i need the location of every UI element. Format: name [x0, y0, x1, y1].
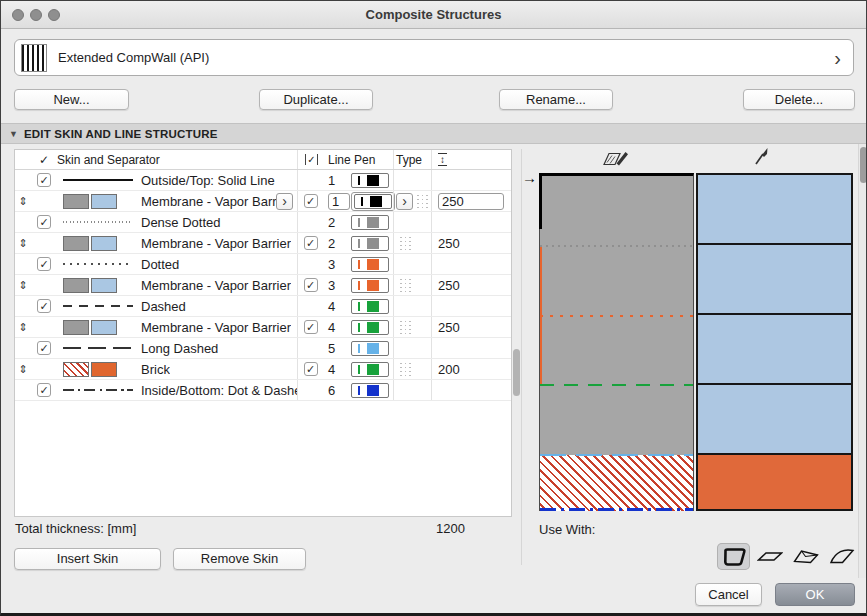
row-name: Inside/Bottom: Dot & Dashed	[141, 383, 297, 398]
cancel-button[interactable]: Cancel	[695, 583, 762, 606]
skin-fill-swatch[interactable]	[63, 320, 89, 335]
skin-row[interactable]: ⇕Membrane - Vapor Barrier✓2250	[15, 233, 511, 254]
skin-fill-swatch[interactable]	[91, 194, 117, 209]
drag-handle-icon[interactable]: ⇕	[18, 279, 27, 292]
collapse-triangle-icon[interactable]: ▼	[9, 129, 18, 139]
surface-paint-icon	[753, 147, 770, 169]
line-pen-swatch[interactable]	[351, 257, 389, 272]
separator-row[interactable]: ✓Dotted3	[15, 254, 511, 275]
separator-row[interactable]: ✓Inside/Bottom: Dot & Dashed6	[15, 380, 511, 401]
skin-fill-swatch[interactable]	[63, 194, 89, 209]
minimize-button[interactable]	[30, 9, 42, 21]
skin-thickness-value[interactable]: 250	[438, 193, 504, 210]
separator-visibility-checkbox[interactable]: ✓	[37, 173, 51, 187]
preview-separator-line	[540, 454, 693, 456]
cut-fill-pens-icon	[603, 150, 629, 170]
line-pen-number: 1	[328, 173, 335, 188]
skin-row[interactable]: ⇕Membrane - Vapor Barrier✓4250	[15, 317, 511, 338]
skin-fill-swatch[interactable]	[63, 236, 89, 251]
line-pen-swatch[interactable]	[351, 173, 389, 188]
separator-visibility-checkbox[interactable]: ✓	[37, 383, 51, 397]
preview-cut-skin	[540, 316, 693, 386]
separator-row[interactable]: ✓Dashed4	[15, 296, 511, 317]
line-pen-swatch[interactable]	[351, 215, 389, 230]
use-with-toggle-group	[717, 543, 858, 570]
skin-fill-swatch[interactable]	[63, 278, 89, 293]
rename-button[interactable]: Rename...	[499, 89, 613, 110]
reference-side-arrow-icon: →	[522, 169, 537, 186]
skin-line-checkbox[interactable]: ✓	[304, 278, 318, 292]
skin-fill-swatch[interactable]	[63, 362, 89, 377]
titlebar[interactable]: Composite Structures	[1, 1, 866, 29]
row-name: Dashed	[141, 299, 186, 314]
skin-row[interactable]: ⇕Brick✓4200	[15, 359, 511, 380]
drag-handle-icon[interactable]: ⇕	[18, 237, 27, 250]
line-pen-number[interactable]: 1	[328, 193, 350, 210]
type-popup-chevron-button[interactable]: ›	[396, 193, 413, 210]
separator-row[interactable]: ✓Dense Dotted2	[15, 212, 511, 233]
surface-preview	[696, 173, 853, 511]
skin-row[interactable]: ⇕Membrane - Vapor Barrier✓3250	[15, 275, 511, 296]
row-name: Long Dashed	[141, 341, 218, 356]
skin-line-checkbox[interactable]: ✓	[304, 236, 318, 250]
row-name: Dotted	[141, 257, 179, 272]
line-pen-swatch[interactable]	[351, 278, 389, 293]
line-pen-swatch[interactable]	[351, 362, 389, 377]
use-with-shell-icon[interactable]	[825, 543, 858, 570]
skin-line-checkbox[interactable]: ✓	[304, 362, 318, 376]
line-pen-swatch[interactable]	[351, 320, 389, 335]
skin-fill-swatch[interactable]	[91, 236, 117, 251]
use-with-slab-icon[interactable]	[753, 543, 786, 570]
line-pen-number: 2	[328, 236, 335, 251]
separator-row[interactable]: ✓Long Dashed5	[15, 338, 511, 359]
new-button[interactable]: New...	[14, 89, 129, 110]
separator-visibility-checkbox[interactable]: ✓	[37, 257, 51, 271]
line-style-sample	[63, 389, 133, 391]
skin-line-checkbox[interactable]: ✓	[304, 194, 318, 208]
drag-handle-icon[interactable]: ⇕	[18, 321, 27, 334]
skin-thickness-value: 250	[438, 236, 460, 251]
dialog-scrollbar-track[interactable]	[858, 144, 867, 578]
remove-skin-button[interactable]: Remove Skin	[173, 548, 306, 570]
zoom-button[interactable]	[48, 9, 60, 21]
dialog-scrollbar-thumb[interactable]	[860, 147, 867, 183]
skin-table: ✓ Skin and Separator ✓ Line Pen Type ↕ ✓…	[14, 149, 512, 517]
line-pen-swatch[interactable]	[351, 341, 389, 356]
separator-row[interactable]: ✓Outside/Top: Solid Line1	[15, 170, 511, 191]
line-pen-number: 3	[328, 257, 335, 272]
selected-composite-name: Extended CompWall (API)	[58, 50, 209, 65]
row-name: Outside/Top: Solid Line	[141, 173, 275, 188]
separator-visibility-checkbox[interactable]: ✓	[37, 215, 51, 229]
preview-cut-skin	[540, 176, 693, 246]
composite-selector-popup[interactable]: Extended CompWall (API) ›	[14, 39, 854, 76]
thickness-column-icon: ↕	[438, 153, 447, 166]
skin-line-checkbox[interactable]: ✓	[304, 320, 318, 334]
ok-button[interactable]: OK	[775, 583, 855, 606]
line-pen-swatch[interactable]	[351, 383, 389, 398]
separator-visibility-checkbox[interactable]: ✓	[37, 341, 51, 355]
row-name: Brick	[141, 362, 170, 377]
line-pen-swatch[interactable]	[354, 194, 392, 209]
drag-handle-icon[interactable]: ⇕	[18, 195, 27, 208]
line-style-sample	[63, 179, 133, 181]
skin-row[interactable]: ⇕Membrane - Vapor Barrier›✓1›250	[15, 191, 511, 212]
use-with-label: Use With:	[539, 522, 595, 537]
section-edit-skin-and-line-structure[interactable]: ▼ EDIT SKIN AND LINE STRUCTURE	[1, 123, 867, 144]
preview-separator-line	[540, 384, 693, 386]
row-name: Membrane - Vapor Barrier	[141, 278, 291, 293]
table-scrollbar-thumb[interactable]	[513, 349, 520, 396]
insert-skin-button[interactable]: Insert Skin	[14, 548, 161, 570]
close-button[interactable]	[12, 9, 24, 21]
line-pen-swatch[interactable]	[351, 236, 389, 251]
delete-button[interactable]: Delete...	[743, 89, 855, 110]
separator-visibility-checkbox[interactable]: ✓	[37, 299, 51, 313]
drag-handle-icon[interactable]: ⇕	[18, 363, 27, 376]
duplicate-button[interactable]: Duplicate...	[259, 89, 373, 110]
fill-popup-chevron-button[interactable]: ›	[276, 193, 293, 210]
skin-fill-swatch[interactable]	[91, 362, 117, 377]
skin-fill-swatch[interactable]	[91, 278, 117, 293]
use-with-wall-icon[interactable]	[717, 543, 750, 570]
skin-fill-swatch[interactable]	[91, 320, 117, 335]
line-pen-swatch[interactable]	[351, 299, 389, 314]
use-with-roof-icon[interactable]	[789, 543, 822, 570]
